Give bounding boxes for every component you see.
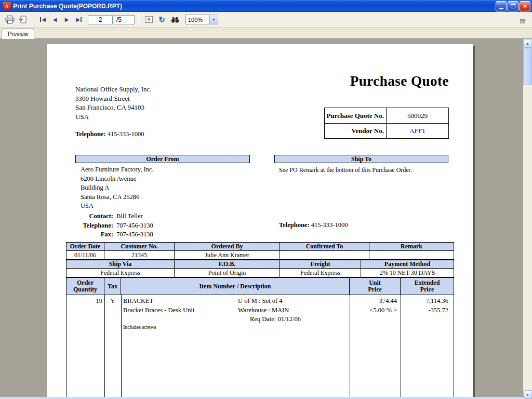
zoom-value: 100% — [185, 15, 209, 24]
maximize-icon — [511, 4, 515, 8]
scroll-up-button[interactable]: ▲ — [523, 39, 532, 48]
chevron-down-icon: ▼ — [212, 18, 216, 21]
app-icon: A — [3, 2, 11, 10]
item-discount: <5.00 % > — [350, 307, 397, 314]
page-number-input[interactable] — [88, 15, 113, 24]
next-page-icon: ▶ — [65, 17, 69, 22]
close-icon: × — [523, 3, 527, 9]
last-page-icon — [81, 17, 82, 22]
item-comment: Includes screws — [123, 324, 156, 330]
order-from-address: Aero Furniture Factory, Inc. 6200 Lincol… — [81, 165, 153, 211]
item-req-date: Req Date: 01/12/06 — [250, 315, 301, 323]
close-button[interactable]: × — [520, 1, 530, 11]
item-discount-amount: -355.72 — [401, 307, 448, 314]
stop-icon: × — [145, 16, 153, 23]
quote-info-box: Purchase Quote No. 500029 Vendor No. AFF… — [324, 108, 449, 139]
item-warehouse: Warehouse : MAIN — [238, 307, 289, 314]
item-quantity: 19 — [66, 297, 102, 305]
refresh-button[interactable]: ↻ — [155, 14, 168, 26]
minimize-button[interactable] — [496, 1, 507, 11]
order-info-table: Order Date Customer No. Ordered By Confi… — [66, 242, 454, 260]
company-address: National Office Supply, Inc. 3300 Howard… — [75, 85, 152, 121]
item-number: BRACKET — [123, 297, 153, 305]
scroll-down-button[interactable]: ▼ — [523, 390, 532, 399]
app-window: A Print Purchase Quote(POPORD.RPT) × — [0, 0, 532, 399]
items-table-body: 19 Y BRACKET U of M : Set of 4 374.44 7,… — [66, 295, 454, 399]
toolbar: ◀ ◀ ▶ ▶ /5 × ↻ — [0, 12, 532, 28]
order-info-header-row: Order Date Customer No. Ordered By Confi… — [66, 243, 454, 251]
print-button[interactable] — [3, 14, 16, 26]
scrollbar-thumb[interactable] — [523, 48, 532, 85]
page-title: Purchase Quote — [350, 73, 449, 89]
vendor-number-row: Vendor No. AFF1 — [325, 123, 448, 138]
maximize-button[interactable] — [508, 1, 518, 11]
page-total: /5 — [114, 15, 135, 24]
order-info-data-row: 01/11/06 21345 Julie Ann Kramer — [66, 251, 454, 259]
nav-first-button[interactable]: ◀ — [37, 14, 49, 25]
item-ext-price: 7,114.36 — [401, 297, 448, 305]
terms-table: Ship Via F.O.B. Freight Payment Method F… — [66, 260, 454, 277]
toolbar-separator — [33, 15, 33, 25]
vendor-phone-row: Telephone: 707-456-3130 — [47, 222, 255, 231]
ship-to-telephone: Telephone: 415-333-1000 — [279, 221, 348, 229]
toolbar-separator — [138, 15, 139, 25]
zoom-dropdown-button[interactable]: ▼ — [209, 15, 218, 24]
tab-preview[interactable]: Preview — [2, 29, 34, 39]
vendor-number-value: AFF1 — [387, 124, 448, 138]
quote-number-value: 500029 — [387, 108, 448, 123]
nav-prev-button[interactable]: ◀ — [49, 14, 61, 25]
export-icon — [18, 16, 27, 24]
vendor-fax-row: Fax: 707-456-3138 — [47, 231, 255, 240]
prev-page-icon: ◀ — [53, 17, 57, 22]
terms-header-row: Ship Via F.O.B. Freight Payment Method — [66, 260, 454, 269]
refresh-icon: ↻ — [158, 16, 165, 23]
printer-icon — [5, 16, 15, 24]
item-unit-price: 374.44 — [350, 297, 397, 305]
horizontal-scrollbar[interactable] — [0, 397, 523, 399]
report-page: National Office Supply, Inc. 3300 Howard… — [47, 44, 473, 399]
vertical-scrollbar[interactable]: ▲ ▼ — [523, 39, 532, 399]
company-name: National Office Supply, Inc. — [75, 85, 152, 94]
binoculars-icon — [171, 16, 179, 23]
ship-to-header: Ship To — [274, 155, 448, 163]
order-from-header: Order From — [75, 155, 250, 163]
export-button[interactable] — [16, 14, 29, 26]
item-tax: Y — [104, 297, 121, 305]
zoom-select[interactable]: 100% ▼ — [185, 15, 218, 24]
preview-area: National Office Supply, Inc. 3300 Howard… — [0, 39, 532, 399]
terms-data-row: Federal Express Point of Origin Federal … — [66, 269, 454, 277]
nav-last-button[interactable]: ▶ — [73, 14, 85, 25]
items-table-header: Order Quantity Tax Item Number / Descrip… — [66, 277, 454, 295]
first-page-icon — [40, 17, 41, 22]
contact-row: Contact: Bill Teller — [47, 212, 255, 222]
tab-strip: Preview — [0, 28, 532, 39]
search-button[interactable] — [168, 14, 181, 26]
nav-next-button[interactable]: ▶ — [61, 14, 73, 25]
item-uofm: U of M : Set of 4 — [238, 297, 282, 305]
item-description: Bracket Braces - Desk Unit — [123, 307, 194, 314]
window-title: Print Purchase Quote(POPORD.RPT) — [13, 3, 495, 10]
minimize-icon — [499, 8, 503, 9]
close-view-button[interactable]: ⊠ — [516, 15, 529, 27]
ship-to-note: See PO Remark at the bottom of this Purc… — [279, 166, 412, 174]
arrow-up-icon: ▲ — [526, 42, 529, 45]
close-view-icon: ⊠ — [520, 18, 525, 24]
stop-button[interactable]: × — [142, 14, 155, 26]
title-bar: A Print Purchase Quote(POPORD.RPT) × — [0, 0, 532, 12]
quote-number-row: Purchase Quote No. 500029 — [325, 108, 448, 123]
company-telephone: Telephone: 415-333-1000 — [75, 130, 144, 138]
arrow-down-icon: ▼ — [526, 393, 529, 396]
